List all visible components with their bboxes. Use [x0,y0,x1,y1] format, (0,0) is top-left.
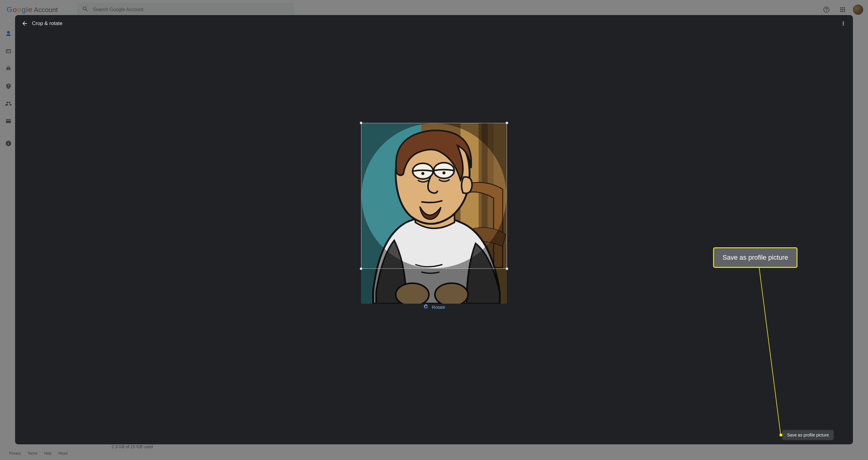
image-wrapper[interactable] [361,123,507,304]
nav-personal-info-icon[interactable] [1,44,16,59]
rotate-icon [423,304,429,310]
crop-handle-bottom-left[interactable] [360,267,362,270]
search-icon [82,6,89,13]
crop-handle-top-left[interactable] [360,122,362,124]
svg-point-9 [421,172,424,175]
nav-data-privacy-icon[interactable] [1,61,16,76]
nav-home-icon[interactable] [1,27,16,41]
nav-about-icon[interactable] [1,136,16,151]
svg-point-10 [442,171,445,174]
save-as-profile-picture-button[interactable]: Save as profile picture [782,430,834,440]
account-avatar[interactable] [853,4,863,15]
modal-title: Crop & rotate [32,21,62,27]
modal-header: Crop & rotate [15,15,853,32]
page-footer: Privacy Terms Help About [0,447,868,460]
crop-rotate-modal: Crop & rotate [15,15,853,444]
svg-point-5 [396,283,429,304]
nav-payments-icon[interactable] [1,114,16,128]
more-options-icon[interactable] [837,18,849,30]
nav-security-icon[interactable] [1,79,16,93]
apps-grid-icon[interactable] [837,4,849,16]
help-icon[interactable] [820,4,832,16]
back-arrow-icon[interactable] [19,18,31,30]
crop-stage: Rotate Save as profile picture Save as p… [15,32,853,444]
search-box[interactable] [77,3,294,17]
annotation-leader-line [759,268,781,435]
account-word: Account [34,6,58,14]
svg-point-6 [435,283,468,304]
nav-people-sharing-icon[interactable] [1,96,16,111]
rotate-button[interactable]: Rotate [423,304,445,310]
footer-link-terms[interactable]: Terms [27,451,37,456]
rotate-label: Rotate [432,304,445,310]
annotation-callout: Save as profile picture [713,247,798,268]
google-account-logo: Google Account [5,5,58,14]
crop-handle-bottom-right[interactable] [506,267,508,270]
footer-link-privacy[interactable]: Privacy [9,451,21,456]
side-nav [0,19,17,447]
footer-link-about[interactable]: About [58,451,67,456]
search-input[interactable] [93,7,289,12]
cartoon-avatar-image [361,123,507,304]
footer-link-help[interactable]: Help [44,451,52,456]
crop-handle-top-right[interactable] [506,122,508,124]
